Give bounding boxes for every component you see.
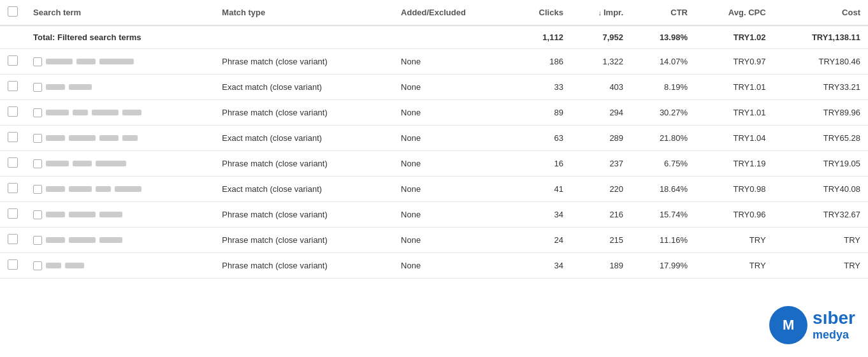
row-checkbox[interactable] <box>8 208 18 219</box>
row-checkbox[interactable] <box>8 132 18 142</box>
search-term-cell <box>25 49 214 75</box>
header-impr: ↓Impr. <box>571 0 631 26</box>
search-term-placeholder <box>96 186 111 192</box>
header-match-type-label: Match type <box>222 8 265 17</box>
cost-cell: TRY33.21 <box>774 75 868 100</box>
avg-cpc-cell: TRY <box>695 228 774 253</box>
avg-cpc-cell: TRY0.96 <box>695 202 774 228</box>
table-row: Phrase match (close variant)None1861,322… <box>0 49 868 75</box>
row-checkbox-cell <box>0 75 25 100</box>
match-type-cell: Phrase match (close variant) <box>214 49 393 75</box>
search-term-placeholder <box>92 110 119 115</box>
search-term-cell <box>25 100 214 126</box>
table-row: Phrase match (close variant)None2421511.… <box>0 228 868 253</box>
impr-cell: 220 <box>571 177 631 202</box>
total-clicks: 1,112 <box>512 26 571 49</box>
ctr-cell: 30.27% <box>631 100 695 126</box>
row-checkbox[interactable] <box>8 106 18 117</box>
inner-checkbox[interactable] <box>33 83 42 92</box>
search-term-placeholder <box>69 84 92 90</box>
search-term-placeholder <box>69 135 96 141</box>
search-term-placeholder <box>46 186 65 192</box>
avg-cpc-cell: TRY <box>695 253 774 279</box>
row-checkbox[interactable] <box>8 55 18 66</box>
cost-cell: TRY180.46 <box>774 49 868 75</box>
ctr-cell: 11.16% <box>631 228 695 253</box>
search-term-placeholder <box>69 237 96 243</box>
table-row: Exact match (close variant)None6328921.8… <box>0 126 868 151</box>
row-checkbox-cell <box>0 100 25 126</box>
total-ctr: 13.98% <box>631 26 695 49</box>
search-term-placeholder <box>69 212 96 217</box>
search-term-placeholder <box>122 135 138 141</box>
header-added-excluded-label: Added/Excluded <box>401 8 466 17</box>
avg-cpc-cell: TRY1.01 <box>695 75 774 100</box>
search-term-cell <box>25 253 214 279</box>
search-term-placeholder <box>46 212 65 217</box>
match-type-cell: Phrase match (close variant) <box>214 253 393 279</box>
search-term-placeholder <box>73 110 88 115</box>
search-term-placeholder <box>69 186 92 192</box>
inner-checkbox[interactable] <box>33 134 42 143</box>
total-cost: TRY1,138.11 <box>774 26 868 49</box>
inner-checkbox[interactable] <box>33 159 42 168</box>
select-all-checkbox[interactable] <box>8 6 18 17</box>
added-excluded-cell: None <box>393 228 512 253</box>
search-term-placeholder <box>65 263 84 268</box>
table-row: Phrase match (close variant)None3418917.… <box>0 253 868 279</box>
table-row: Exact match (close variant)None4122018.6… <box>0 177 868 202</box>
impr-cell: 216 <box>571 202 631 228</box>
search-term-cell <box>25 177 214 202</box>
inner-checkbox[interactable] <box>33 210 42 219</box>
search-term-placeholder <box>99 212 122 217</box>
header-ctr: CTR <box>631 0 695 26</box>
clicks-cell: 41 <box>512 177 571 202</box>
search-term-placeholder <box>96 161 126 166</box>
row-checkbox[interactable] <box>8 234 18 244</box>
row-checkbox-cell <box>0 49 25 75</box>
inner-checkbox[interactable] <box>33 185 42 194</box>
search-term-cell <box>25 75 214 100</box>
row-checkbox-cell <box>0 151 25 177</box>
sort-arrow-icon: ↓ <box>598 9 602 17</box>
ctr-cell: 18.64% <box>631 177 695 202</box>
row-checkbox[interactable] <box>8 157 18 168</box>
header-clicks: Clicks <box>512 0 571 26</box>
inner-checkbox[interactable] <box>33 236 42 245</box>
header-avg-cpc: Avg. CPC <box>695 0 774 26</box>
header-cost-label: Cost <box>842 8 860 17</box>
row-checkbox-cell <box>0 177 25 202</box>
row-checkbox-cell <box>0 126 25 151</box>
clicks-cell: 34 <box>512 253 571 279</box>
search-term-placeholder <box>46 110 69 115</box>
avg-cpc-cell: TRY0.98 <box>695 177 774 202</box>
row-checkbox[interactable] <box>8 81 18 91</box>
total-row-label: Total: Filtered search terms <box>25 26 512 49</box>
added-excluded-cell: None <box>393 100 512 126</box>
search-term-cell <box>25 202 214 228</box>
avg-cpc-cell: TRY1.19 <box>695 151 774 177</box>
cost-cell: TRY65.28 <box>774 126 868 151</box>
header-impr-label: Impr. <box>604 8 623 17</box>
ctr-cell: 15.74% <box>631 202 695 228</box>
added-excluded-cell: None <box>393 49 512 75</box>
ctr-cell: 21.80% <box>631 126 695 151</box>
impr-cell: 289 <box>571 126 631 151</box>
clicks-cell: 33 <box>512 75 571 100</box>
clicks-cell: 16 <box>512 151 571 177</box>
header-checkbox-cell <box>0 0 25 26</box>
inner-checkbox[interactable] <box>33 108 42 117</box>
search-term-placeholder <box>99 237 122 243</box>
total-row: Total: Filtered search terms 1,112 7,952… <box>0 26 868 49</box>
row-checkbox[interactable] <box>8 183 18 193</box>
row-checkbox-cell <box>0 253 25 279</box>
row-checkbox[interactable] <box>8 259 18 270</box>
row-checkbox-cell <box>0 202 25 228</box>
added-excluded-cell: None <box>393 253 512 279</box>
search-term-cell <box>25 151 214 177</box>
cost-cell: TRY32.67 <box>774 202 868 228</box>
impr-cell: 1,322 <box>571 49 631 75</box>
header-search-term: Search term <box>25 0 214 26</box>
inner-checkbox[interactable] <box>33 57 42 66</box>
inner-checkbox[interactable] <box>33 261 42 270</box>
